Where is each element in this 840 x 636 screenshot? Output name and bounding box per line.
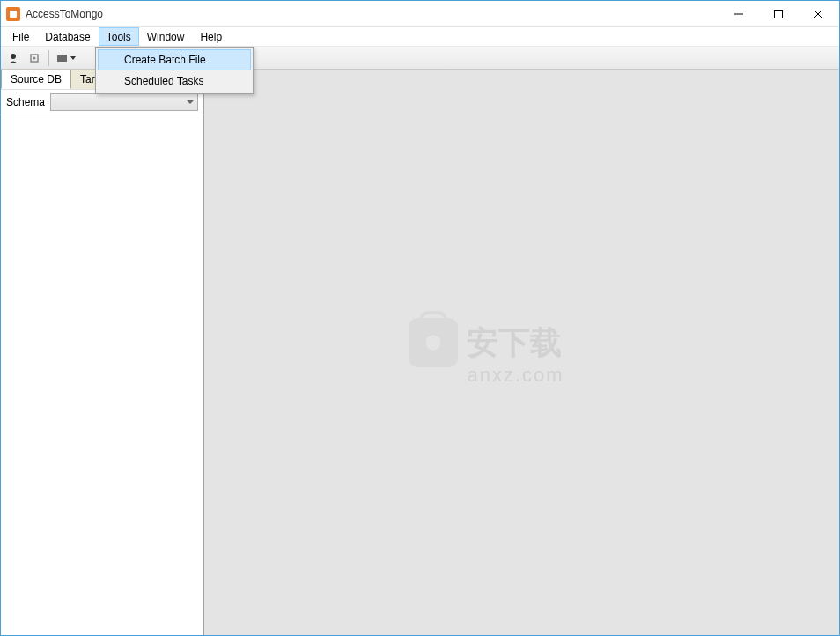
maximize-button[interactable]: [758, 1, 798, 26]
menu-help[interactable]: Help: [192, 27, 230, 46]
close-button[interactable]: [798, 1, 837, 26]
svg-point-5: [11, 54, 16, 59]
left-panel: Source DB Targe Schema: [1, 70, 204, 635]
window-title: AccessToMongo: [26, 8, 718, 20]
app-icon: [6, 7, 20, 21]
minimize-button[interactable]: [718, 1, 758, 26]
watermark-text-2: anxz.com: [467, 364, 564, 387]
chevron-down-icon: [187, 99, 194, 106]
main-area: 安下载 anxz.com: [204, 70, 839, 635]
watermark-icon: [409, 318, 458, 367]
dropdown-create-batch-file[interactable]: Create Batch File: [98, 49, 251, 70]
schema-combobox[interactable]: [50, 93, 198, 111]
menu-database[interactable]: Database: [37, 27, 98, 46]
toolbar-separator: [48, 50, 49, 66]
toolbar-folder-icon[interactable]: [55, 49, 81, 67]
window-controls: [718, 1, 837, 26]
schema-tree[interactable]: [1, 115, 203, 635]
menu-file[interactable]: File: [4, 27, 37, 46]
svg-rect-0: [10, 11, 17, 18]
svg-point-7: [33, 56, 36, 59]
toolbar-config-icon[interactable]: [26, 49, 43, 67]
tools-dropdown: Create Batch File Scheduled Tasks: [95, 47, 254, 94]
schema-label: Schema: [6, 96, 45, 108]
svg-rect-2: [774, 10, 782, 18]
dropdown-scheduled-tasks[interactable]: Scheduled Tasks: [98, 70, 251, 92]
watermark-text-1: 安下载: [467, 322, 562, 365]
menu-window[interactable]: Window: [139, 27, 193, 46]
titlebar: AccessToMongo: [1, 1, 839, 27]
toolbar-user-icon[interactable]: [4, 49, 22, 67]
content-area: Source DB Targe Schema 安下载 anxz.com: [1, 70, 839, 635]
menubar: File Database Tools Window Help Create B…: [1, 27, 839, 47]
tab-source-db[interactable]: Source DB: [1, 70, 71, 89]
watermark: 安下载 anxz.com: [409, 318, 564, 387]
menu-tools[interactable]: Tools: [99, 27, 139, 46]
